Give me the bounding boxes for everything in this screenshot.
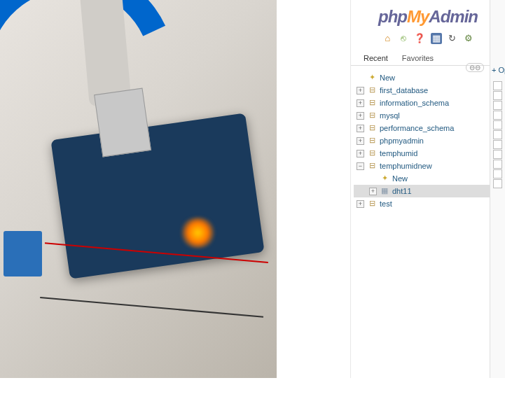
checkbox[interactable] (493, 120, 502, 130)
tree-spacer (369, 175, 377, 183)
database-icon: ⊟ (367, 136, 377, 146)
tab-recent[interactable]: Recent (357, 51, 395, 65)
new-icon: ✦ (380, 174, 389, 183)
expand-icon[interactable]: + (357, 137, 364, 145)
tree-label: New (380, 74, 395, 82)
expand-icon[interactable]: + (369, 188, 377, 195)
checkbox[interactable] (493, 179, 502, 188)
tree-label: temphumidnew (380, 162, 432, 170)
ethernet-jack (94, 88, 151, 158)
tree-label: information_schema (380, 99, 449, 107)
checkbox[interactable] (493, 169, 502, 178)
logo-part-my: My (407, 7, 429, 26)
logout-icon[interactable]: ⎋ (398, 33, 409, 44)
expand-icon[interactable]: + (357, 200, 364, 208)
checkbox[interactable] (493, 81, 502, 90)
logo-part-admin: Admin (429, 7, 478, 26)
options-link[interactable]: + Op (490, 63, 505, 77)
tree-db-temphumid[interactable]: + ⊟ temphumid (354, 147, 502, 160)
checkbox[interactable] (493, 140, 502, 149)
table-icon: ▦ (380, 186, 389, 196)
collapse-all-button[interactable]: ⊖⊖ (466, 63, 484, 72)
checkbox[interactable] (493, 150, 502, 159)
checkbox[interactable] (493, 160, 502, 169)
new-icon: ✦ (367, 73, 377, 83)
tree-db-information-schema[interactable]: + ⊟ information_schema (354, 97, 502, 109)
led-glow (179, 217, 217, 248)
checkbox[interactable] (493, 130, 502, 139)
tab-favorites[interactable]: Favorites (395, 51, 441, 65)
checkbox[interactable] (493, 91, 502, 100)
database-icon: ⊟ (367, 111, 377, 120)
tree-label: New (392, 174, 408, 183)
hardware-photo (0, 0, 277, 378)
tree-table-dht11[interactable]: + ▦ dht11 (354, 185, 502, 197)
database-icon: ⊟ (367, 123, 377, 133)
tree-label: test (380, 200, 392, 208)
checkbox[interactable] (493, 111, 502, 120)
reload-icon[interactable]: ↻ (447, 33, 458, 44)
logo-part-php: php (378, 7, 407, 26)
tree-label: performance_schema (380, 124, 454, 132)
tree-db-test[interactable]: + ⊟ test (354, 197, 502, 210)
database-icon: ⊟ (367, 161, 377, 171)
collapse-icon[interactable]: − (357, 162, 364, 170)
dht-sensor (4, 231, 42, 276)
checkbox[interactable] (493, 101, 502, 110)
tree-label: first_database (380, 86, 428, 94)
tree-db-temphumidnew[interactable]: − ⊟ temphumidnew (354, 160, 502, 172)
help-icon[interactable]: ❓ (414, 33, 425, 44)
expand-icon[interactable]: + (357, 99, 364, 107)
toolbar: ⌂ ⎋ ❓ ▦ ↻ ⚙ (351, 31, 505, 50)
tree-spacer (357, 74, 364, 82)
tree-db-first-database[interactable]: + ⊟ first_database (354, 84, 502, 97)
panel-divider (277, 0, 350, 378)
logo: phpMyAdmin (351, 0, 505, 31)
database-tree: ✦ New + ⊟ first_database + ⊟ information… (351, 66, 505, 216)
expand-icon[interactable]: + (357, 125, 364, 132)
tree-label: temphumid (380, 149, 417, 158)
sql-icon[interactable]: ▦ (431, 33, 442, 44)
right-edge-panel: + Op (490, 0, 505, 378)
tree-label: dht11 (392, 187, 412, 195)
tree-temphumidnew-new[interactable]: ✦ New (354, 172, 502, 185)
tree-label: mysql (380, 111, 400, 120)
database-icon: ⊟ (367, 85, 377, 95)
expand-icon[interactable]: + (357, 150, 364, 158)
phpmyadmin-sidebar: phpMyAdmin ⌂ ⎋ ❓ ▦ ↻ ⚙ Recent Favorites … (350, 0, 505, 378)
tree-db-performance-schema[interactable]: + ⊟ performance_schema (354, 122, 502, 134)
expand-icon[interactable]: + (357, 112, 364, 120)
database-icon: ⊟ (367, 199, 377, 209)
tree-db-phpmyadmin[interactable]: + ⊟ phpmyadmin (354, 134, 502, 147)
tree-label: phpmyadmin (380, 136, 424, 145)
settings-icon[interactable]: ⚙ (463, 33, 474, 44)
database-icon: ⊟ (367, 98, 377, 108)
database-icon: ⊟ (367, 148, 377, 158)
expand-icon[interactable]: + (357, 87, 364, 94)
home-icon[interactable]: ⌂ (382, 33, 393, 44)
tree-db-mysql[interactable]: + ⊟ mysql (354, 109, 502, 122)
tree-new[interactable]: ✦ New (354, 71, 502, 84)
checkbox-column (490, 77, 505, 188)
